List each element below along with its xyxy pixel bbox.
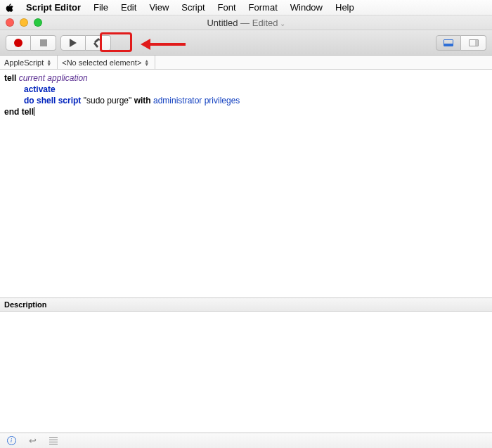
panel-view-toggle	[436, 35, 486, 51]
code-token: with	[134, 96, 151, 105]
code-token: "sudo purge"	[84, 96, 132, 105]
record-stop-group	[6, 35, 56, 51]
info-icon: i	[7, 436, 16, 445]
menu-file[interactable]: File	[87, 0, 115, 15]
traffic-lights	[0, 18, 42, 27]
description-header[interactable]: Description	[0, 297, 492, 312]
compile-button[interactable]	[86, 35, 111, 51]
run-button[interactable]	[60, 35, 86, 51]
log-button[interactable]	[48, 437, 59, 444]
info-button[interactable]: i	[6, 436, 17, 445]
language-label: AppleScript	[4, 58, 44, 67]
text-cursor	[34, 107, 34, 116]
title-dropdown-icon[interactable]: ⌄	[280, 20, 285, 27]
menu-help[interactable]: Help	[329, 0, 361, 15]
minimize-button[interactable]	[20, 18, 28, 27]
code-token: end tell	[4, 107, 34, 117]
navigation-bar: AppleScript ▲▼ <No selected element> ▲▼	[0, 56, 492, 70]
code-token: current application	[19, 73, 88, 83]
window-titlebar: Untitled — Edited⌄	[0, 15, 492, 30]
menu-window[interactable]: Window	[284, 0, 329, 15]
toolbar	[0, 30, 492, 56]
language-selector[interactable]: AppleScript ▲▼	[0, 56, 58, 69]
log-lines-icon	[49, 437, 58, 444]
code-token: do shell script	[24, 96, 81, 105]
description-body[interactable]	[0, 312, 492, 424]
menu-app[interactable]: Script Editor	[20, 0, 87, 15]
return-icon: ↩	[29, 435, 37, 446]
zoom-button[interactable]	[34, 18, 42, 27]
run-compile-group	[60, 35, 111, 51]
record-icon	[14, 39, 22, 47]
code-token: tell	[4, 73, 16, 83]
record-button[interactable]	[6, 35, 31, 51]
menu-font[interactable]: Font	[212, 0, 242, 15]
element-label: <No selected element>	[62, 58, 141, 67]
updown-icon: ▲▼	[46, 59, 51, 66]
compile-hammer-icon	[93, 38, 104, 48]
code-token: activate	[24, 84, 56, 94]
close-button[interactable]	[6, 18, 14, 27]
title-edited: — Edited	[238, 18, 278, 28]
menu-view[interactable]: View	[143, 0, 175, 15]
run-icon	[70, 39, 77, 47]
window-title: Untitled — Edited⌄	[0, 18, 492, 28]
status-bar: i ↩	[0, 433, 492, 448]
updown-icon: ▲▼	[144, 59, 149, 66]
stop-icon	[40, 39, 47, 46]
side-panel-button[interactable]	[461, 35, 486, 51]
title-filename: Untitled	[207, 18, 238, 28]
script-editor-area[interactable]: tell current application activate do she…	[0, 70, 492, 297]
element-selector[interactable]: <No selected element> ▲▼	[58, 56, 155, 69]
return-button[interactable]: ↩	[27, 435, 38, 446]
annotation-arrow	[141, 39, 186, 50]
side-panel-icon	[469, 39, 479, 46]
menu-edit[interactable]: Edit	[115, 0, 143, 15]
apple-logo-icon[interactable]	[4, 3, 14, 13]
description-label: Description	[4, 300, 47, 309]
bottom-panel-button[interactable]	[436, 35, 461, 51]
menu-format[interactable]: Format	[242, 0, 284, 15]
system-menubar: Script Editor File Edit View Script Font…	[0, 0, 492, 15]
bottom-panel-icon	[444, 39, 453, 46]
code-token: administrator privileges	[153, 96, 240, 105]
stop-button[interactable]	[31, 35, 56, 51]
menu-script[interactable]: Script	[175, 0, 211, 15]
